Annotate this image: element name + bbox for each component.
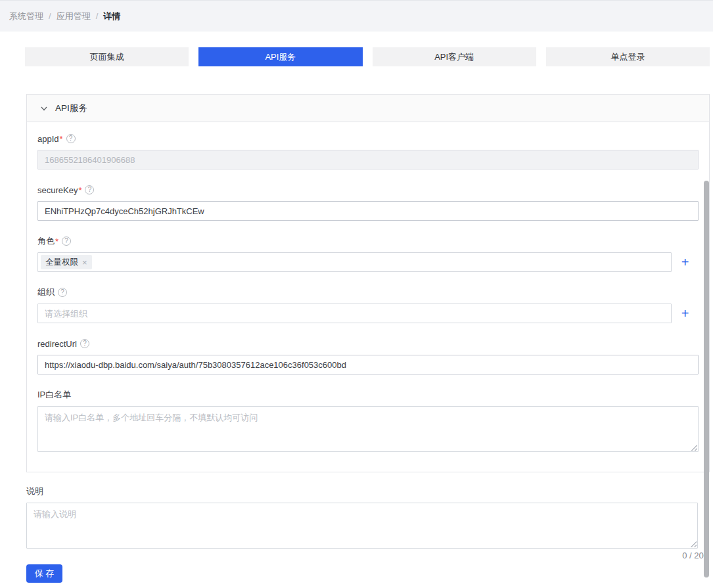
breadcrumb-separator: / xyxy=(96,11,99,21)
help-icon[interactable]: ? xyxy=(80,339,89,348)
redirecturl-label-text: redirectUrl xyxy=(37,339,77,349)
description-textarea[interactable] xyxy=(26,503,698,549)
tab-bar: 页面集成 API服务 API客户端 单点登录 xyxy=(25,47,710,66)
help-icon[interactable]: ? xyxy=(58,288,67,297)
breadcrumb-separator: / xyxy=(49,11,51,21)
api-service-panel: API服务 appId* ? secureKey* ? 角色* ? xyxy=(26,94,710,472)
required-asterisk: * xyxy=(55,237,58,246)
field-securekey: secureKey* ? xyxy=(37,185,699,221)
tab-page-integration[interactable]: 页面集成 xyxy=(25,47,189,66)
add-organization-button[interactable]: + xyxy=(681,307,689,320)
save-button[interactable]: 保 存 xyxy=(26,564,62,583)
help-icon[interactable]: ? xyxy=(85,185,94,194)
field-role: 角色* ? 全量权限 × + xyxy=(37,237,699,272)
securekey-input[interactable] xyxy=(37,201,699,221)
description-label: 说明 xyxy=(26,487,698,496)
redirecturl-input[interactable] xyxy=(37,355,699,374)
role-tag-label: 全量权限 xyxy=(45,257,78,268)
help-icon[interactable]: ? xyxy=(66,134,76,143)
required-asterisk: * xyxy=(60,134,63,144)
redirecturl-label: redirectUrl ? xyxy=(37,339,699,348)
vertical-scrollbar[interactable] xyxy=(704,181,709,577)
appid-label: appId* ? xyxy=(37,134,699,143)
ip-whitelist-textarea[interactable] xyxy=(37,406,699,452)
tab-api-client[interactable]: API客户端 xyxy=(373,47,536,66)
organization-label: 组织 ? xyxy=(37,288,699,297)
ip-whitelist-label-text: IP白名单 xyxy=(37,389,71,401)
securekey-label: secureKey* ? xyxy=(37,185,699,194)
tag-remove-icon[interactable]: × xyxy=(82,258,87,267)
add-role-button[interactable]: + xyxy=(681,256,689,269)
role-select-input[interactable]: 全量权限 × xyxy=(37,252,672,272)
organization-input[interactable] xyxy=(37,304,672,323)
required-asterisk: * xyxy=(78,185,81,195)
role-tag: 全量权限 × xyxy=(41,255,92,269)
ip-whitelist-label: IP白名单 xyxy=(37,390,699,399)
field-redirecturl: redirectUrl ? xyxy=(37,339,699,374)
role-label-text: 角色 xyxy=(37,235,55,247)
appid-input xyxy=(37,150,699,170)
char-counter: 0 / 200 xyxy=(26,551,708,560)
breadcrumb-item-app-management[interactable]: 应用管理 xyxy=(57,11,91,22)
help-icon[interactable]: ? xyxy=(62,237,71,246)
tab-api-service[interactable]: API服务 xyxy=(198,47,362,66)
breadcrumb-item-detail: 详情 xyxy=(103,11,120,22)
panel-title: API服务 xyxy=(55,102,87,114)
appid-label-text: appId xyxy=(37,134,59,144)
panel-body: appId* ? secureKey* ? 角色* ? 全量权限 × xyxy=(27,122,709,472)
tab-sso[interactable]: 单点登录 xyxy=(546,47,710,66)
organization-label-text: 组织 xyxy=(37,286,55,298)
description-label-text: 说明 xyxy=(26,486,43,497)
breadcrumb-item-system-management[interactable]: 系统管理 xyxy=(9,11,43,22)
breadcrumb: 系统管理 / 应用管理 / 详情 xyxy=(0,0,713,32)
panel-header-api-service[interactable]: API服务 xyxy=(27,95,709,122)
role-label: 角色* ? xyxy=(37,237,699,246)
securekey-label-text: secureKey xyxy=(37,185,78,195)
field-ip-whitelist: IP白名单 xyxy=(37,390,699,452)
field-appid: appId* ? xyxy=(37,134,699,170)
chevron-down-icon xyxy=(40,104,48,112)
field-organization: 组织 ? + xyxy=(37,288,699,323)
description-section: 说明 0 / 200 保 存 xyxy=(26,487,698,583)
